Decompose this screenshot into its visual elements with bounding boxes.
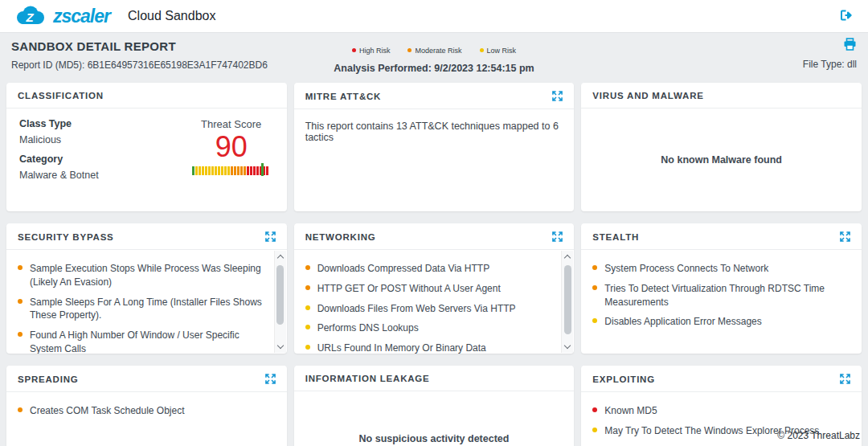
no-malware-message: No known Malware found [581, 108, 862, 211]
expand-icon[interactable] [265, 231, 276, 242]
list-item: Tries To Detect Virtualization Through R… [592, 282, 850, 309]
list-item: HTTP GET Or POST Without A User Agent [305, 282, 554, 296]
risk-dot [18, 407, 23, 412]
zscaler-cloud-icon: Z [13, 5, 47, 27]
risk-dot [592, 407, 597, 412]
card-stealth: STEALTH System Process Connects To Netwo… [581, 223, 862, 354]
high-risk-dot [352, 48, 356, 52]
threat-score-label: Threat Score [192, 118, 271, 130]
scroll-up-icon[interactable] [276, 255, 283, 261]
list-item: Sample Sleeps For A Long Time (Installer… [18, 296, 266, 323]
page-title: Cloud Sandbox [128, 9, 215, 23]
top-nav: Z zscaler Cloud Sandbox [0, 0, 868, 33]
card-networking: NETWORKING Downloads Compressed Data Via… [294, 223, 575, 354]
list-item: Creates COM Task Schedule Object [18, 404, 276, 418]
analysis-performed: Analysis Performed: 9/2/2023 12:54:15 pm [0, 63, 868, 74]
list-item: Downloads Compressed Data Via HTTP [305, 262, 554, 276]
print-icon[interactable] [843, 39, 857, 53]
scroll-up-icon[interactable] [564, 255, 571, 261]
scroll-down-icon[interactable] [276, 342, 283, 349]
expand-icon[interactable] [840, 374, 850, 384]
scrollbar[interactable] [561, 251, 573, 353]
list-item: Disables Application Error Messages [592, 315, 850, 329]
card-mitre-attck: MITRE ATT&CK This report contains 13 ATT… [294, 83, 575, 211]
expand-icon[interactable] [552, 231, 563, 242]
low-risk-dot [480, 48, 484, 52]
zscaler-logo[interactable]: Z zscaler [13, 5, 110, 27]
expand-icon[interactable] [552, 91, 563, 101]
list-item: Downloads Files From Web Servers Via HTT… [305, 302, 554, 316]
card-classification: CLASSIFICATION Class Type Malicious Cate… [6, 83, 287, 211]
risk-dot [305, 305, 310, 310]
risk-dot [305, 265, 310, 270]
zscaler-wordmark: zscaler [53, 6, 110, 27]
class-type-label: Class Type [19, 118, 99, 129]
category-label: Category [19, 153, 99, 165]
risk-dot [305, 325, 310, 329]
card-title: SECURITY BYPASS [18, 232, 114, 242]
logout-icon[interactable] [839, 8, 854, 26]
threat-score-gauge [192, 165, 271, 175]
risk-dot [305, 285, 310, 290]
no-activity-message: No suspicious activity detected [294, 391, 575, 446]
mitre-summary: This report contains 13 ATT&CK technique… [305, 116, 563, 143]
threat-score-value: 90 [192, 132, 271, 162]
risk-legend: High RiskModerate RiskLow Risk [352, 47, 516, 55]
scrollbar-thumb[interactable] [564, 265, 571, 334]
card-title: STEALTH [592, 232, 639, 242]
list-item: Found A High Number Of Window / User Spe… [18, 329, 266, 354]
category-value: Malware & Botnet [19, 170, 99, 181]
risk-dot [18, 265, 23, 270]
list-item: Known MD5 [592, 404, 850, 418]
scrollbar-thumb[interactable] [276, 265, 284, 325]
moderate-risk-dot [407, 48, 411, 52]
legend-item: Low Risk [480, 47, 517, 55]
risk-list: System Process Connects To Network Tries… [592, 262, 850, 329]
risk-dot [305, 345, 310, 350]
risk-dot [592, 318, 597, 323]
risk-dot [18, 332, 23, 337]
legend-item: Moderate Risk [407, 47, 461, 55]
card-title: SPREADING [18, 374, 79, 384]
legend-item: High Risk [352, 47, 391, 55]
file-type: File Type: dll [803, 59, 857, 70]
expand-icon[interactable] [265, 374, 276, 384]
risk-list: Sample Execution Stops While Process Was… [18, 262, 266, 354]
card-title: CLASSIFICATION [18, 91, 104, 100]
card-title: NETWORKING [305, 232, 376, 242]
risk-list: Downloads Compressed Data Via HTTP HTTP … [305, 262, 554, 354]
list-item: System Process Connects To Network [592, 262, 850, 276]
list-item: Sample Execution Stops While Process Was… [18, 262, 266, 289]
report-header: SANDBOX DETAIL REPORT Report ID (MD5): 6… [0, 33, 868, 83]
risk-dot [592, 265, 597, 270]
expand-icon[interactable] [840, 231, 850, 242]
list-item: URLs Found In Memory Or Binary Data [305, 342, 554, 354]
svg-text:Z: Z [25, 10, 34, 24]
card-title: EXPLOITING [592, 374, 655, 384]
card-security-bypass: SECURITY BYPASS Sample Execution Stops W… [6, 223, 287, 354]
list-item: Performs DNS Lookups [305, 321, 554, 335]
risk-dot [592, 428, 597, 432]
card-spreading: SPREADING Creates COM Task Schedule Obje… [6, 366, 287, 446]
card-title: MITRE ATT&CK [305, 92, 382, 101]
card-virus-malware: VIRUS AND MALWARE No known Malware found [581, 83, 862, 211]
card-title: VIRUS AND MALWARE [592, 91, 703, 100]
card-grid: CLASSIFICATION Class Type Malicious Cate… [0, 83, 868, 446]
scrollbar[interactable] [274, 251, 286, 353]
card-title: INFORMATION LEAKAGE [305, 374, 430, 383]
copyright: © 2023 ThreatLabz [777, 430, 860, 441]
scroll-down-icon[interactable] [564, 342, 571, 349]
class-type-value: Malicious [19, 134, 99, 145]
risk-list: Creates COM Task Schedule Object [18, 404, 276, 418]
risk-dot [592, 285, 597, 290]
card-information-leakage: INFORMATION LEAKAGE No suspicious activi… [294, 366, 575, 446]
risk-dot [18, 299, 23, 304]
gauge-marker [261, 163, 264, 176]
